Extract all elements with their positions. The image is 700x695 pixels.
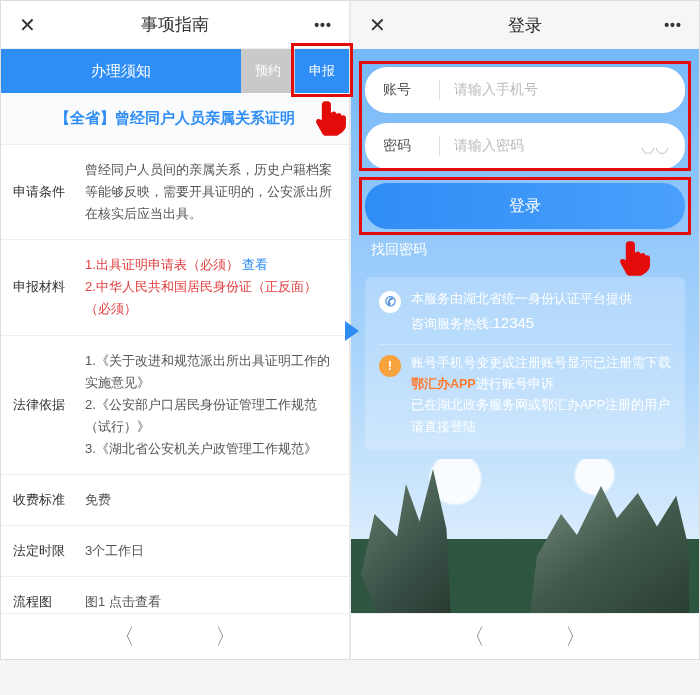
forgot-password-link[interactable]: 找回密码 [371,241,699,259]
content-time: 3个工作日 [85,540,337,562]
page-title: 登录 [389,14,661,37]
password-input[interactable]: 密码 请输入密码 ◡◡ [365,123,685,169]
row-fee: 收费标准 免费 [1,475,349,526]
password-label: 密码 [383,137,425,155]
svg-marker-0 [345,321,359,341]
row-flow: 流程图 图1 点击查看 [1,577,349,613]
header: ✕ 登录 ••• [351,1,699,49]
tab-reserve[interactable]: 预约 [241,49,295,93]
nav-back-icon[interactable]: 〈 [113,622,135,652]
phone-icon: ✆ [379,291,401,313]
header: ✕ 事项指南 ••• [1,1,349,49]
bottom-nav: 〈 〉 [1,613,349,659]
label-flow: 流程图 [13,591,85,613]
login-form: 账号 请输入手机号 密码 请输入密码 ◡◡ [365,67,685,169]
info-warning: ! 账号手机号变更或注册账号显示已注册需下载鄂汇办APP进行账号申诉 已在湖北政… [379,344,671,438]
tab-bar: 办理须知 预约 申报 [1,49,349,93]
next-step-arrow-icon [345,321,359,341]
password-placeholder: 请输入密码 [454,137,667,155]
tab-notice[interactable]: 办理须知 [1,49,241,93]
link-view[interactable]: 查看 [242,257,268,272]
content-legal: 1.《关于改进和规范派出所出具证明工作的实施意见》 2.《公安部户口居民身份证管… [85,350,337,460]
row-materials: 申报材料 1.出具证明申请表（必须） 查看 2.中华人民共和国居民身份证（正反面… [1,240,349,335]
account-label: 账号 [383,81,425,99]
label-conditions: 申请条件 [13,159,85,225]
bottom-nav: 〈 〉 [351,613,699,659]
content-flow[interactable]: 图1 点击查看 [85,591,337,613]
more-icon[interactable]: ••• [311,17,335,33]
content-conditions: 曾经同户人员间的亲属关系，历史户籍档案等能够反映，需要开具证明的，公安派出所在核… [85,159,337,225]
nav-forward-icon[interactable]: 〉 [215,622,237,652]
eye-icon[interactable]: ◡◡ [641,137,669,156]
label-time: 法定时限 [13,540,85,562]
content-fee: 免费 [85,489,337,511]
guide-screen: ✕ 事项指南 ••• 办理须知 预约 申报 【全省】曾经同户人员亲属关系证明 申… [1,1,349,659]
info-card: ✆ 本服务由湖北省统一身份认证平台提供 咨询服务热线:12345 ! 账号手机号… [365,277,685,450]
close-icon[interactable]: ✕ [365,13,389,37]
row-time: 法定时限 3个工作日 [1,526,349,577]
label-fee: 收费标准 [13,489,85,511]
warning-icon: ! [379,355,401,377]
row-legal: 法律依据 1.《关于改进和规范派出所出具证明工作的实施意见》 2.《公安部户口居… [1,336,349,475]
nav-back-icon[interactable]: 〈 [463,622,485,652]
content-materials: 1.出具证明申请表（必须） 查看 2.中华人民共和国居民身份证（正反面）（必须） [85,254,337,320]
nav-forward-icon[interactable]: 〉 [565,622,587,652]
label-legal: 法律依据 [13,350,85,460]
account-input[interactable]: 账号 请输入手机号 [365,67,685,113]
tab-apply[interactable]: 申报 [295,49,349,93]
close-icon[interactable]: ✕ [15,13,39,37]
row-conditions: 申请条件 曾经同户人员间的亲属关系，历史户籍档案等能够反映，需要开具证明的，公安… [1,145,349,240]
page-title: 事项指南 [39,13,311,36]
account-placeholder: 请输入手机号 [454,81,667,99]
label-materials: 申报材料 [13,254,85,320]
login-screen: ✕ 登录 ••• 账号 请输入手机号 密码 请输入密码 ◡◡ [351,1,699,659]
more-icon[interactable]: ••• [661,17,685,33]
item-title-banner: 【全省】曾经同户人员亲属关系证明 [1,93,349,145]
login-button[interactable]: 登录 [365,183,685,229]
info-hotline: ✆ 本服务由湖北省统一身份认证平台提供 咨询服务热线:12345 [379,289,671,336]
